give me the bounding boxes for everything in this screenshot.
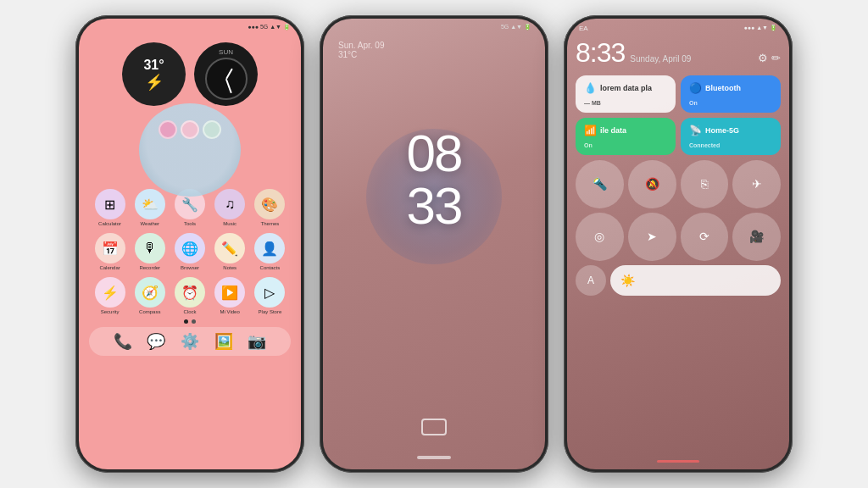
macaron-1 — [159, 120, 177, 139]
dock-gallery[interactable]: 🖼️ — [214, 332, 233, 351]
app-clock[interactable]: ⏰ Clock — [170, 277, 209, 314]
app-compass[interactable]: 🧭 Compass — [131, 277, 169, 314]
lock-clock-hours: 08 — [407, 127, 462, 180]
app-grid-row3: ⚡ Security 🧭 Compass ⏰ Clock ▶️ Mi Video… — [79, 275, 301, 316]
phone2-statusbar: 5G ▲▼ 🔋 — [323, 19, 545, 36]
weather-temp: 31° — [143, 58, 164, 73]
cc-brightness-slider[interactable]: ☀️ — [610, 265, 781, 296]
app-contacts[interactable]: 👤 Contacts — [251, 233, 289, 270]
app-calendar[interactable]: 📅 Calendar — [91, 233, 129, 270]
widgets-row: 31° ⚡ SUN — [79, 39, 301, 109]
plate — [139, 103, 241, 197]
app-browser[interactable]: 🌐 Browser — [170, 233, 209, 270]
phone2-status-right: 5G ▲▼ 🔋 — [501, 24, 531, 30]
app-playstore[interactable]: ▷ Play Store — [251, 277, 289, 314]
phone3-home-pill — [657, 460, 699, 463]
hour-hand — [225, 68, 233, 79]
app-music[interactable]: ♫ Music — [211, 189, 249, 226]
cc-btn-video[interactable]: 🎥 — [732, 213, 781, 261]
lock-clock-minutes: 33 — [407, 180, 462, 232]
app-calculator[interactable]: ⊞ Calculator — [91, 189, 129, 226]
dot-1 — [184, 319, 188, 324]
app-security[interactable]: ⚡ Security — [91, 277, 129, 314]
clock-face — [205, 58, 248, 100]
cc-btn-rotate[interactable]: ⟳ — [681, 213, 729, 261]
app-notes[interactable]: ✏️ Notes — [211, 233, 249, 270]
control-center-time-row: 8:33 Sunday, April 09 ⚙ ✏ — [576, 37, 781, 69]
app-themes[interactable]: 🎨 Themes — [251, 189, 289, 226]
phone1-status-icons: ●●● 5G ▲▼ 🔋 — [248, 24, 291, 30]
home-indicator — [417, 456, 451, 459]
cc-day: Sunday, April 09 — [630, 54, 691, 64]
dock-camera[interactable]: 📷 — [248, 332, 266, 351]
lock-date: Sun. Apr. 09 — [338, 41, 385, 50]
phone3-statusbar: EA ●●● ▲▼ 🔋 — [576, 19, 781, 37]
macaron-3 — [203, 120, 221, 139]
bluetooth-icon: 🔵 — [689, 82, 702, 94]
weather-icon: ⚡ — [145, 73, 164, 92]
page-dots — [79, 319, 301, 324]
cc-edit-icon[interactable]: ✏ — [771, 52, 781, 64]
cc-tile-wifi[interactable]: 📡 Home-5G Connected — [681, 118, 781, 155]
cc-btn-flashlight[interactable]: 🔦 — [576, 160, 624, 208]
cc-btn-location[interactable]: ➤ — [628, 213, 676, 261]
phone3-status-left: EA — [579, 25, 588, 32]
weather-widget: 31° ⚡ — [122, 42, 186, 106]
cc-tiles-grid: 💧 lorem data pla — MB 🔵 Bluetooth On 📶 — [576, 75, 781, 155]
cc-settings-icon[interactable]: ⚙ — [758, 52, 768, 64]
macaron-2 — [181, 120, 199, 139]
lock-clock: 08 33 — [407, 127, 462, 232]
cc-btn-cast[interactable]: ⎘ — [681, 160, 729, 208]
phone-1: ●●● 5G ▲▼ 🔋 31° ⚡ SUN — [75, 15, 304, 473]
macarons — [159, 120, 221, 139]
dock: 📞 💬 ⚙️ 🖼️ 📷 — [89, 327, 291, 356]
cc-btn-silent[interactable]: 🔕 — [628, 160, 676, 208]
app-recorder[interactable]: 🎙 Recorder — [131, 233, 169, 270]
lock-date-info: Sun. Apr. 09 31°C — [323, 41, 385, 59]
plate-decoration — [79, 116, 301, 184]
lock-temp: 31°C — [338, 50, 385, 59]
clock-widget: SUN — [194, 42, 258, 106]
cc-tile-data[interactable]: 💧 lorem data pla — MB — [576, 75, 676, 113]
phone-2: 5G ▲▼ 🔋 Sun. Apr. 09 31°C 08 33 — [320, 15, 548, 473]
cc-btn-airplane[interactable]: ✈ — [732, 160, 781, 208]
dock-messages[interactable]: 💬 — [147, 332, 165, 351]
lock-screen-button[interactable] — [421, 419, 447, 435]
app-weather[interactable]: ⛅ Weather — [131, 189, 169, 226]
dock-phone[interactable]: 📞 — [114, 332, 132, 351]
cc-buttons-row1: 🔦 🔕 ⎘ ✈ — [576, 160, 781, 208]
clock-day: SUN — [219, 48, 233, 56]
cc-buttons-row2: ◎ ➤ ⟳ 🎥 — [576, 213, 781, 261]
cc-time: 8:33 — [576, 37, 625, 69]
phone3-status-right: ●●● ▲▼ 🔋 — [744, 25, 777, 31]
wifi-icon: 📡 — [689, 125, 702, 136]
minute-hand — [225, 79, 232, 93]
cc-font-button[interactable]: A — [576, 265, 606, 296]
brightness-icon: ☀️ — [620, 274, 635, 287]
cc-tile-mobile-data[interactable]: 📶 ile data On — [576, 118, 676, 155]
app-grid-row2: 📅 Calendar 🎙 Recorder 🌐 Browser ✏️ Notes… — [79, 231, 301, 272]
dot-2 — [192, 319, 196, 324]
cc-btn-eye[interactable]: ◎ — [576, 213, 624, 261]
data-icon: 💧 — [584, 82, 597, 94]
cc-bottom-bar: A ☀️ — [576, 265, 781, 296]
app-mivideo[interactable]: ▶️ Mi Video — [211, 277, 249, 314]
dock-settings[interactable]: ⚙️ — [181, 332, 199, 351]
phone-3: EA ●●● ▲▼ 🔋 8:33 Sunday, April 09 ⚙ ✏ 💧 … — [564, 15, 793, 473]
phone1-statusbar: ●●● 5G ▲▼ 🔋 — [79, 19, 301, 36]
mobile-data-icon: 📶 — [584, 125, 597, 136]
cc-tile-bluetooth[interactable]: 🔵 Bluetooth On — [681, 75, 781, 113]
